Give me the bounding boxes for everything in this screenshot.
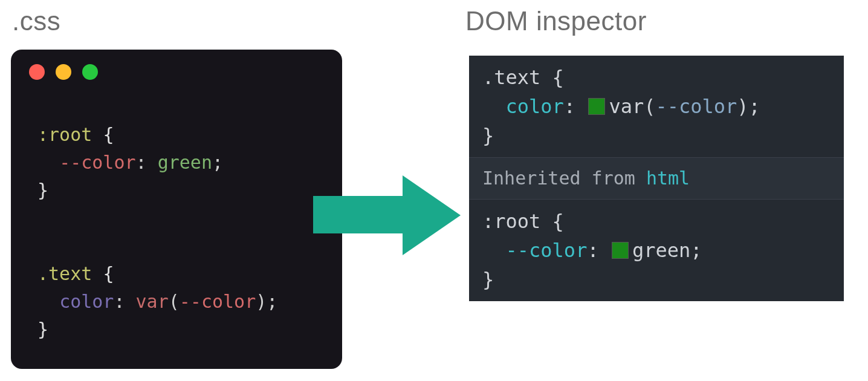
inspector-rule-text[interactable]: .text { color: var(--color); } xyxy=(469,56,844,157)
brace-open: { xyxy=(103,263,114,284)
ins-custom-prop: --color xyxy=(506,239,588,262)
ins-value-green: green xyxy=(632,239,690,262)
dom-inspector-panel: .text { color: var(--color); } Inherited… xyxy=(469,56,844,301)
colon: : xyxy=(564,95,575,118)
minimize-dot-icon[interactable] xyxy=(56,64,71,80)
color-swatch-icon[interactable] xyxy=(612,242,629,259)
rparen: ) xyxy=(256,291,267,312)
ins-func-var: var xyxy=(609,95,644,118)
semicolon: ; xyxy=(212,152,223,173)
css-func-var: var xyxy=(136,291,169,312)
css-value-green: green xyxy=(158,152,212,173)
inspector-rule-root[interactable]: :root { --color: green; } xyxy=(469,200,844,301)
ins-prop-color: color xyxy=(506,95,564,118)
semicolon: ; xyxy=(267,291,277,312)
css-custom-prop: --color xyxy=(59,152,135,173)
brace-close: } xyxy=(482,268,494,291)
brace-open: { xyxy=(552,210,564,233)
ins-var-arg: --color xyxy=(655,95,737,118)
semicolon: ; xyxy=(690,239,702,262)
brace-open: { xyxy=(552,66,564,89)
brace-close: } xyxy=(37,180,48,201)
selector-text: .text xyxy=(37,263,92,284)
selector-root: :root xyxy=(37,124,92,145)
css-heading: .css xyxy=(12,6,60,36)
arrow-icon xyxy=(313,175,470,253)
close-dot-icon[interactable] xyxy=(29,64,45,80)
colon: : xyxy=(136,152,147,173)
window-controls xyxy=(29,64,98,80)
brace-open: { xyxy=(103,124,114,145)
lparen: ( xyxy=(169,291,180,312)
rparen: ) xyxy=(737,95,748,118)
ins-selector-root: :root xyxy=(482,210,540,233)
colon: : xyxy=(114,291,125,312)
semicolon: ; xyxy=(749,95,760,118)
inherited-label: Inherited from xyxy=(482,168,635,189)
css-property-color: color xyxy=(59,291,114,312)
color-swatch-icon[interactable] xyxy=(588,98,605,115)
inspector-heading: DOM inspector xyxy=(465,6,647,36)
brace-close: } xyxy=(482,124,494,147)
css-code-block: :root { --color: green; } .text { color:… xyxy=(37,121,277,344)
zoom-dot-icon[interactable] xyxy=(82,64,98,80)
css-editor-window: :root { --color: green; } .text { color:… xyxy=(11,50,342,369)
inherited-from-element[interactable]: html xyxy=(646,168,690,189)
colon: : xyxy=(587,239,598,262)
css-var-ref: --color xyxy=(180,291,256,312)
brace-close: } xyxy=(37,319,48,340)
lparen: ( xyxy=(644,95,655,118)
ins-selector-text: .text xyxy=(482,66,540,89)
inherited-separator: Inherited from html xyxy=(469,157,844,200)
